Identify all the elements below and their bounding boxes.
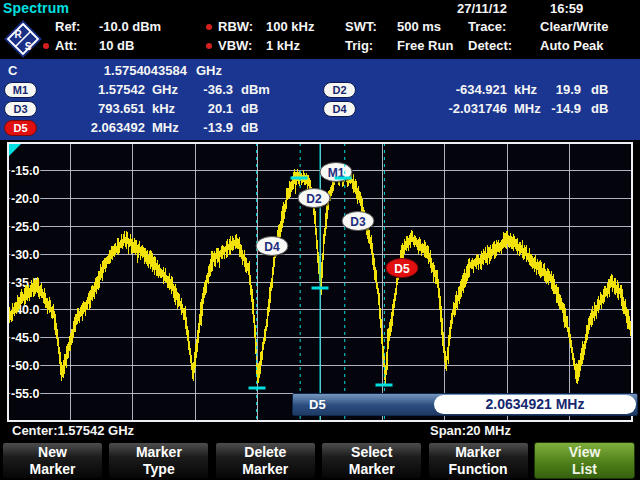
d2-level-unit: dB xyxy=(591,81,608,99)
d4-level-unit: dB xyxy=(591,100,608,118)
softkey-bar: NewMarkerMarkerTypeDeleteMarkerSelectMar… xyxy=(0,441,640,480)
marker-label-m1: M1 xyxy=(4,82,37,98)
d3-freq: 793.651 xyxy=(98,100,145,118)
y-axis-label: -30.0 xyxy=(11,248,40,262)
d4-freq: -2.031746 xyxy=(448,100,507,118)
marker-label-d3: D3 xyxy=(4,101,37,117)
center-marker-freq: 1.5754043584 xyxy=(104,62,187,80)
d5-freq-unit: MHz xyxy=(152,119,179,137)
spectrum-plot: -15.0-20.0-25.0-30.0-35.0-40.0-45.0-50.0… xyxy=(0,140,640,425)
marker-tick-d4 xyxy=(249,387,266,390)
marker-badge-label-d4: D4 xyxy=(264,240,280,254)
setting-swt: SWT:500 ms xyxy=(345,19,441,34)
d2-freq-unit: kHz xyxy=(514,81,537,99)
y-axis-label: -50.0 xyxy=(11,359,40,373)
setting-rbw: RBW:100 kHz xyxy=(218,19,314,34)
softkey-marker-function[interactable]: MarkerFunction xyxy=(428,442,529,479)
marker-label-d5: D5 xyxy=(4,120,37,136)
softkey-marker-type[interactable]: MarkerType xyxy=(108,442,209,479)
marker-label-d4: D4 xyxy=(323,101,356,117)
y-axis-label: -20.0 xyxy=(11,192,40,206)
m1-level-unit: dBm xyxy=(241,81,270,99)
d2-level: 19.9 xyxy=(556,81,581,99)
d4-level: -14.9 xyxy=(551,100,581,118)
svg-text:R: R xyxy=(14,29,22,40)
d3-level-unit: dB xyxy=(241,100,258,118)
d3-freq-unit: kHz xyxy=(152,100,175,118)
rohde-schwarz-logo: R S xyxy=(3,19,43,59)
setting-ref: Ref:-10.0 dBm xyxy=(55,19,161,34)
softkey-delete-marker[interactable]: DeleteMarker xyxy=(215,442,316,479)
d2-freq: -634.921 xyxy=(456,81,507,99)
marker-badge-label-d2: D2 xyxy=(306,192,322,206)
marker-tick-d3 xyxy=(335,177,352,180)
softkey-select-marker[interactable]: SelectMarker xyxy=(321,442,422,479)
coupled-dot-icon xyxy=(206,43,212,49)
marker-readout-panel: C 1.5754043584 GHz M1 1.57542 GHz -36.3 … xyxy=(0,59,640,140)
title-bar: Spectrum 27/11/12 16:59 xyxy=(0,0,640,17)
setting-vbw: VBW:1 kHz xyxy=(218,38,300,53)
setting-trig: Trig:Free Run xyxy=(345,38,453,53)
center-frequency-readout: Center:1.57542 GHz xyxy=(12,423,134,438)
d5-level: -13.9 xyxy=(203,119,233,137)
settings-header: R S Ref:-10.0 dBm Att:10 dB RBW:100 kHz … xyxy=(0,17,640,59)
setting-att: Att:10 dB xyxy=(55,38,134,53)
marker-label-d2: D2 xyxy=(323,82,356,98)
d5-freq: 2.063492 xyxy=(91,119,145,137)
m1-freq: 1.57542 xyxy=(98,81,145,99)
marker-tick-d2 xyxy=(291,177,308,180)
date-display: 27/11/12 xyxy=(457,1,507,16)
marker-frequency-input[interactable]: 2.0634921 MHz xyxy=(434,395,636,414)
marker-badge-label-d5: D5 xyxy=(394,262,410,276)
y-axis-label: -15.0 xyxy=(11,164,40,178)
y-axis-label: -25.0 xyxy=(11,220,40,234)
coupled-dot-icon xyxy=(206,24,212,30)
coupled-dot-icon xyxy=(43,43,49,49)
mode-title: Spectrum xyxy=(3,0,69,16)
softkey-new-marker[interactable]: NewMarker xyxy=(2,442,103,479)
center-marker-id: C xyxy=(8,62,17,80)
marker-entry-bar: D5 2.0634921 MHz xyxy=(292,393,638,416)
y-axis-label: -45.0 xyxy=(11,331,40,345)
center-marker-unit: GHz xyxy=(196,62,222,80)
softkey-view-list[interactable]: ViewList xyxy=(534,442,635,479)
span-readout: Span:20 MHz xyxy=(430,423,511,438)
m1-freq-unit: GHz xyxy=(152,81,178,99)
m1-level: -36.3 xyxy=(203,81,233,99)
y-axis-label: -55.0 xyxy=(11,387,40,401)
marker-badge-label-d3: D3 xyxy=(350,215,366,229)
spectrum-analyzer-screen: Spectrum 27/11/12 16:59 R S Ref:-10.0 dB… xyxy=(0,0,640,480)
marker-tick-d5 xyxy=(376,384,393,387)
setting-detect: Detect:Auto Peak xyxy=(468,38,604,53)
d3-level: 20.1 xyxy=(208,100,233,118)
marker-tick-m1 xyxy=(312,287,329,290)
d4-freq-unit: MHz xyxy=(514,100,541,118)
d5-level-unit: dB xyxy=(241,119,258,137)
svg-text:S: S xyxy=(25,41,32,52)
entry-marker-label: D5 xyxy=(309,397,326,412)
time-display: 16:59 xyxy=(550,1,583,16)
setting-trace: Trace:Clear/Write xyxy=(468,19,608,34)
